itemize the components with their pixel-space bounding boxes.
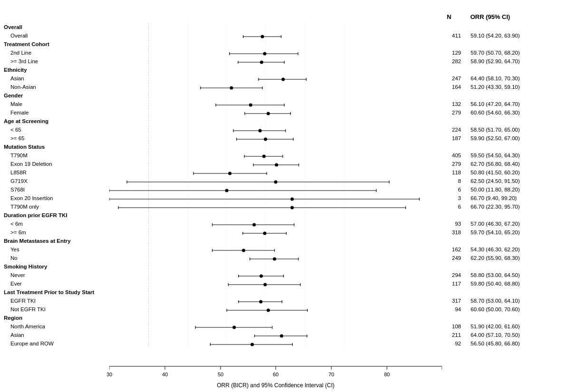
ci-value: 58.50 (51.70, 65.00)	[461, 127, 547, 133]
point-estimate	[259, 129, 262, 133]
point-estimate	[242, 249, 245, 252]
data-row: 27962.70 (56.80, 68.40)	[437, 160, 570, 168]
ci-value: 56.10 (47.20, 64.70)	[461, 101, 547, 107]
row-label: No	[4, 254, 113, 262]
row-label: Never	[4, 271, 113, 279]
row-label: Overall	[4, 31, 113, 40]
data-row: 16254.30 (46.30, 62.20)	[437, 245, 570, 254]
data-row: 40559.50 (54.50, 64.30)	[437, 151, 570, 160]
ci-value: 59.90 (52.50, 67.00)	[461, 135, 547, 141]
ci-value: 62.20 (55.90, 68.30)	[461, 255, 547, 261]
row-label: < 6m	[4, 220, 113, 228]
ci-value: 51.20 (43.30, 59.10)	[461, 84, 547, 90]
row-label: Exon 20 Insertion	[4, 194, 113, 202]
row-label: S768I	[4, 185, 113, 194]
tick-40: 40	[162, 372, 168, 377]
point-estimate	[281, 78, 285, 81]
ci-value: 51.90 (42.00, 61.60)	[461, 324, 547, 329]
point-estimate	[259, 300, 262, 304]
n-header: N	[447, 13, 451, 20]
row-label: G719X	[4, 177, 113, 185]
data-row: 13256.10 (47.20, 64.70)	[437, 100, 570, 108]
row-label: < 65	[4, 125, 113, 134]
ci-value: 57.00 (46.30, 67.20)	[461, 221, 547, 227]
point-estimate	[263, 52, 266, 56]
forest-svg	[109, 23, 442, 355]
data-row	[437, 262, 570, 271]
section-header: Ethnicity	[4, 66, 113, 74]
ci-value: 59.10 (54.20, 63.90)	[461, 33, 547, 38]
tick-labels: 30 40 50 60 70 80	[109, 372, 442, 380]
point-estimate	[252, 223, 256, 227]
point-estimate	[267, 309, 270, 312]
point-estimate	[260, 61, 263, 64]
data-row: 22458.50 (51.70, 65.00)	[437, 125, 570, 134]
orr-header: ORR (95% CI)	[470, 13, 510, 20]
data-row: 9460.60 (50.00, 70.60)	[437, 305, 570, 314]
row-label: Ever	[4, 279, 113, 288]
data-row: 862.50 (24.50, 91.50)	[437, 177, 570, 185]
point-estimate	[273, 258, 276, 261]
tick-70: 70	[328, 372, 334, 377]
ci-value: 59.50 (54.50, 64.30)	[461, 153, 547, 158]
data-row	[437, 91, 570, 100]
ci-value: 59.70 (54.10, 65.20)	[461, 229, 547, 235]
data-row: 31859.70 (54.10, 65.20)	[437, 228, 570, 237]
row-label: T790M	[4, 151, 113, 160]
section-header: Region	[4, 314, 113, 322]
point-estimate	[250, 343, 254, 346]
data-row: 11850.80 (41.50, 60.20)	[437, 168, 570, 177]
section-header: Mutation Status	[4, 143, 113, 151]
data-row: 28258.90 (52.90, 64.70)	[437, 57, 570, 66]
point-estimate	[267, 112, 270, 115]
row-label: EGFR TKI	[4, 296, 113, 305]
data-row	[437, 23, 570, 31]
point-estimate	[228, 172, 231, 175]
data-row	[437, 314, 570, 322]
row-label: 2nd Line	[4, 48, 113, 57]
ci-value: 62.70 (56.80, 68.40)	[461, 161, 547, 167]
ci-value: 58.70 (53.00, 64.10)	[461, 298, 547, 304]
row-data: 41159.10 (54.20, 63.90)12959.70 (50.70, …	[437, 23, 570, 348]
section-header: Smoking History	[4, 262, 113, 271]
point-estimate	[275, 163, 278, 167]
section-header: Overall	[4, 23, 113, 31]
point-estimate	[261, 35, 264, 38]
point-estimate	[280, 335, 283, 338]
data-row: 10851.90 (42.00, 61.60)	[437, 322, 570, 331]
point-estimate	[260, 275, 263, 278]
data-row	[437, 66, 570, 74]
section-header: Age at Screening	[4, 117, 113, 125]
ci-value: 50.80 (41.50, 60.20)	[461, 170, 547, 175]
ci-value: 59.70 (50.70, 68.20)	[461, 50, 547, 56]
row-label: L858R	[4, 168, 113, 177]
section-header: Treatment Cohort	[4, 40, 113, 48]
x-axis-area: 30 40 50 60 70 80 ORR (BICR) and 95% Con…	[109, 356, 442, 389]
data-row: 24962.20 (55.90, 68.30)	[437, 254, 570, 262]
ci-value: 60.60 (54.60, 66.30)	[461, 110, 547, 115]
point-estimate	[230, 86, 233, 90]
point-estimate	[249, 104, 252, 107]
ci-value: 64.00 (57.10, 70.50)	[461, 332, 547, 338]
section-header: Brain Metastases at Entry	[4, 237, 113, 245]
row-label: >= 65	[4, 134, 113, 143]
data-row	[437, 237, 570, 245]
data-row	[437, 117, 570, 125]
data-row: 16451.20 (43.30, 59.10)	[437, 83, 570, 91]
point-estimate	[290, 198, 294, 201]
ci-value: 56.50 (45.80, 66.80)	[461, 341, 547, 346]
data-row: 29458.80 (53.00, 64.50)	[437, 271, 570, 279]
data-row: 11759.80 (50.40, 68.80)	[437, 279, 570, 288]
ci-value: 60.60 (50.00, 70.60)	[461, 306, 547, 312]
ci-value: 66.70 (22.30, 95.70)	[461, 204, 547, 210]
point-estimate	[264, 138, 267, 141]
row-label: >= 3rd Line	[4, 57, 113, 66]
tick-80: 80	[384, 372, 390, 377]
data-row: 12959.70 (50.70, 68.20)	[437, 48, 570, 57]
data-row: 21164.00 (57.10, 70.50)	[437, 331, 570, 339]
tick-30: 30	[106, 372, 112, 377]
ci-value: 64.40 (58.10, 70.30)	[461, 76, 547, 81]
ci-value: 66.70 (9.40, 99.20)	[461, 195, 547, 201]
data-row: 9256.50 (45.80, 66.80)	[437, 339, 570, 348]
tick-50: 50	[218, 372, 223, 377]
